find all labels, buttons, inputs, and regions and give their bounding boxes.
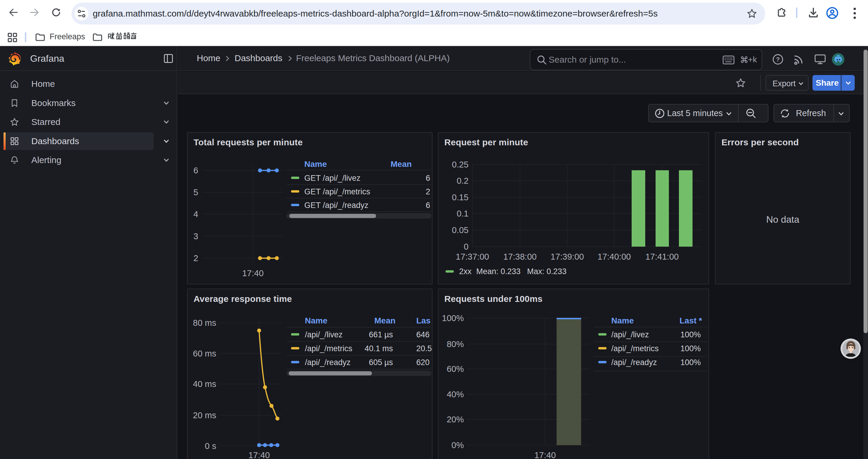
svg-text:20%: 20% — [447, 415, 464, 424]
svg-text:0%: 0% — [452, 440, 464, 450]
svg-text:60%: 60% — [447, 364, 464, 374]
svg-text:17:37:00: 17:37:00 — [456, 252, 489, 261]
svg-text:17:39:00: 17:39:00 — [551, 252, 584, 261]
svg-text:0 s: 0 s — [205, 441, 216, 451]
svg-text:3: 3 — [193, 232, 198, 241]
svg-text:?: ? — [776, 56, 780, 63]
svg-text:17:40:00: 17:40:00 — [598, 252, 631, 261]
svg-text:0.05: 0.05 — [452, 225, 469, 235]
svg-text:17:40: 17:40 — [248, 451, 270, 459]
svg-text:0.25: 0.25 — [452, 160, 469, 169]
svg-text:0.15: 0.15 — [452, 193, 469, 202]
svg-text:5: 5 — [193, 188, 198, 197]
svg-text:0.2: 0.2 — [457, 176, 469, 186]
svg-text:0: 0 — [464, 242, 469, 251]
svg-text:6: 6 — [193, 166, 198, 175]
svg-text:40 ms: 40 ms — [193, 379, 216, 389]
svg-text:40%: 40% — [447, 390, 464, 399]
svg-text:17:40: 17:40 — [534, 451, 556, 459]
svg-text:4: 4 — [193, 209, 198, 219]
svg-text:2: 2 — [193, 254, 198, 263]
svg-text:60 ms: 60 ms — [193, 349, 216, 358]
svg-text:17:38:00: 17:38:00 — [503, 252, 537, 261]
svg-text:17:41:00: 17:41:00 — [646, 252, 679, 261]
svg-text:17:40: 17:40 — [242, 268, 264, 278]
svg-text:80%: 80% — [447, 339, 464, 349]
svg-text:0.1: 0.1 — [457, 209, 469, 218]
svg-text:20 ms: 20 ms — [193, 411, 216, 420]
svg-text:80 ms: 80 ms — [193, 318, 216, 328]
svg-text:100%: 100% — [442, 314, 464, 323]
